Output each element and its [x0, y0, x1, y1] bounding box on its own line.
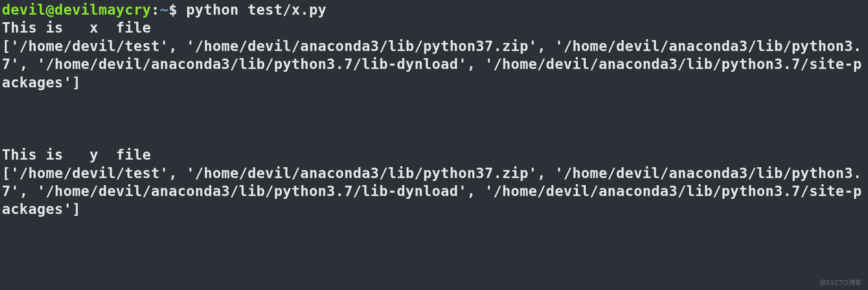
prompt-colon: :: [151, 1, 160, 18]
prompt-path: ~: [160, 1, 169, 18]
command-text: python test/x.py: [186, 1, 327, 18]
output-line-7: ['/home/devil/test', '/home/devil/anacon…: [2, 165, 862, 218]
output-line-1: This is x file: [2, 19, 151, 36]
output-line-2: ['/home/devil/test', '/home/devil/anacon…: [2, 38, 862, 91]
terminal-output[interactable]: devil@devilmaycry:~$ python test/x.py Th…: [0, 0, 868, 220]
prompt-user: devil@devilmaycry: [2, 1, 151, 18]
prompt-dollar: $: [169, 1, 186, 18]
watermark: @51CTO博客: [819, 279, 862, 287]
output-line-6: This is y file: [2, 146, 151, 163]
